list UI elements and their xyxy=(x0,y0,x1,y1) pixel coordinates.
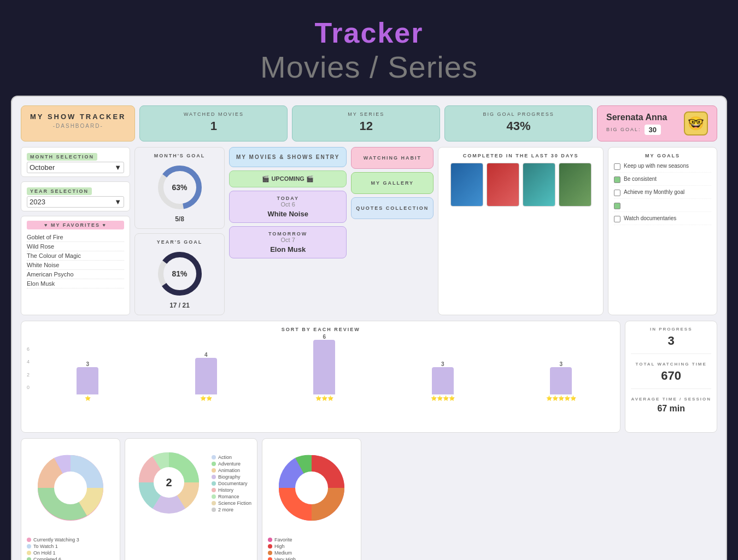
avg-time-value: 67 min xyxy=(631,404,711,414)
gallery-btn[interactable]: MY GALLERY xyxy=(351,172,434,194)
legend-item: History xyxy=(212,487,251,493)
bar xyxy=(550,367,572,394)
year-donut-percent: 81% xyxy=(172,269,187,278)
goals-panel: MONTH'S GOAL 63% 5/8 YEAR'S GOAL xyxy=(134,147,225,315)
legend-label: Currently Watching 3 xyxy=(33,537,79,543)
goal-item xyxy=(614,202,711,212)
goal-checkbox[interactable] xyxy=(614,176,620,183)
goal-item: Keep up with new seasons xyxy=(614,163,711,173)
completed-header: COMPLETED IN THE LAST 30 DAYS xyxy=(444,153,598,158)
legend-label: Science Fiction xyxy=(218,500,251,506)
header-subtitle: Movies / Series xyxy=(0,49,738,85)
legend-dot xyxy=(212,508,216,512)
goal-checkbox[interactable] xyxy=(614,203,620,209)
bar-value: 3 xyxy=(441,361,444,367)
legend-dot xyxy=(268,544,272,549)
today-date: Oct 6 xyxy=(235,201,341,208)
watching-habit-btn[interactable]: WATCHING HABIT xyxy=(351,147,434,169)
legend-item: To Watch 1 xyxy=(27,544,114,549)
legend-item: Medium xyxy=(268,550,355,556)
status-pie-chart xyxy=(27,444,114,532)
month-label: MONTH SELECTION xyxy=(27,153,97,161)
legend-dot xyxy=(27,551,31,555)
avg-time-label: AVERAGE TIME / SESSION xyxy=(631,397,711,402)
bar xyxy=(195,358,217,394)
legend-item: Romance xyxy=(212,494,251,499)
cover-nyad xyxy=(450,163,483,207)
logo-title: MY SHOW TRACKER xyxy=(30,113,126,121)
tomorrow-label: TOMORROW xyxy=(235,231,341,237)
bar-col: 3 ⭐⭐⭐⭐ xyxy=(389,361,496,401)
quotes-btn[interactable]: QUOTES COLLECTION xyxy=(351,197,434,219)
user-info: Serenata Anna BIG GOAL: 30 xyxy=(606,113,677,135)
today-box: TODAY Oct 6 White Noise xyxy=(229,191,347,223)
bar-col: 4 ⭐⭐ xyxy=(153,352,260,401)
entry-main[interactable]: MY MOVIES & SHOWS ENTRY xyxy=(229,147,347,167)
upcoming-label: 🎬 UPCOMING 🎬 xyxy=(262,175,314,182)
legend-dot xyxy=(27,557,31,560)
bar-value: 3 xyxy=(86,361,89,367)
bar-value: 6 xyxy=(323,334,326,340)
goal-checkbox[interactable] xyxy=(614,163,620,170)
legend-item: 2 more xyxy=(212,507,251,512)
bar-chart-box: SORT BY EACH REVIEW 6420 3 ⭐ 4 ⭐⭐ 6 ⭐⭐⭐ … xyxy=(21,321,620,433)
legend-dot xyxy=(268,538,272,542)
watched-movies-stat: WATCHED MOVIES 1 xyxy=(139,105,288,142)
watched-label: WATCHED MOVIES xyxy=(151,111,276,117)
cover-teal xyxy=(523,163,555,207)
completed-box: COMPLETED IN THE LAST 30 DAYS xyxy=(438,147,604,315)
bar xyxy=(77,367,98,394)
legend-label: On Hold 1 xyxy=(33,550,56,556)
goal-text: Be consistent xyxy=(624,176,657,182)
status-pie-box: Currently Watching 3To Watch 1On Hold 1C… xyxy=(21,438,120,560)
svg-point-5 xyxy=(54,471,87,504)
year-fraction: 17 / 21 xyxy=(140,302,219,309)
legend-item: Animation xyxy=(212,468,251,473)
goal-item: Achieve my Monthly goal xyxy=(614,189,711,199)
month-select[interactable]: October ▼ xyxy=(27,162,124,173)
legend-dot xyxy=(212,468,216,473)
legend-item: Currently Watching 3 xyxy=(27,537,114,543)
year-select[interactable]: 2023 ▼ xyxy=(27,196,124,208)
bar-col: 6 ⭐⭐⭐ xyxy=(271,334,378,401)
goal-checkbox[interactable] xyxy=(614,190,620,196)
legend-label: Very High xyxy=(274,557,296,560)
header-title: Tracker xyxy=(0,16,738,49)
bar xyxy=(432,367,454,394)
legend-item: Adventure xyxy=(212,461,251,467)
upcoming-btn[interactable]: 🎬 UPCOMING 🎬 xyxy=(229,170,347,187)
legend-dot xyxy=(27,544,31,549)
legend-label: History xyxy=(218,487,233,493)
completed-images xyxy=(444,163,598,207)
total-time-value: 670 xyxy=(631,369,711,383)
goal-checkbox[interactable] xyxy=(614,216,620,222)
user-name: Serenata Anna xyxy=(606,113,677,122)
legend-item: Science Fiction xyxy=(212,500,251,506)
total-time-stat: TOTAL WATCHING TIME 670 xyxy=(631,362,711,389)
tomorrow-title: Elon Musk xyxy=(235,245,341,254)
legend-label: Adventure xyxy=(218,461,241,467)
bar-stars: ⭐⭐ xyxy=(200,396,212,401)
legend-dot xyxy=(212,475,216,479)
priority-pie-chart xyxy=(268,444,355,532)
my-goals-box: MY GOALS Keep up with new seasonsBe cons… xyxy=(608,147,717,315)
legend-label: Animation xyxy=(218,468,240,473)
month-selection-box: MONTH SELECTION October ▼ xyxy=(21,147,130,177)
favorite-item: Elon Musk xyxy=(27,279,124,288)
bar-value: 3 xyxy=(559,361,563,367)
month-donut: 63% xyxy=(155,163,204,212)
legend-label: Medium xyxy=(274,550,292,556)
legend-item: Documentary xyxy=(212,481,251,486)
in-progress-value: 3 xyxy=(631,334,711,348)
middle-row: MONTH SELECTION October ▼ YEAR SELECTION… xyxy=(21,147,717,315)
goal-progress-stat: BIG GOAL PROGRESS 43% xyxy=(444,105,593,142)
stats-right: IN PROGRESS 3 TOTAL WATCHING TIME 670 AV… xyxy=(625,321,717,433)
legend-label: To Watch 1 xyxy=(33,544,58,549)
favorites-list: Goblet of FireWild RoseThe Colour of Mag… xyxy=(27,233,124,288)
favorites-box: ♥ MY FAVORITES ♥ Goblet of FireWild Rose… xyxy=(21,216,130,315)
y-axis: 6420 xyxy=(27,346,30,401)
legend-label: 2 more xyxy=(218,507,233,512)
quotes-label: QUOTES COLLECTION xyxy=(356,205,429,211)
top-bar: MY SHOW TRACKER -DASHBOARD- WATCHED MOVI… xyxy=(21,105,717,142)
legend-label: Documentary xyxy=(218,481,248,486)
